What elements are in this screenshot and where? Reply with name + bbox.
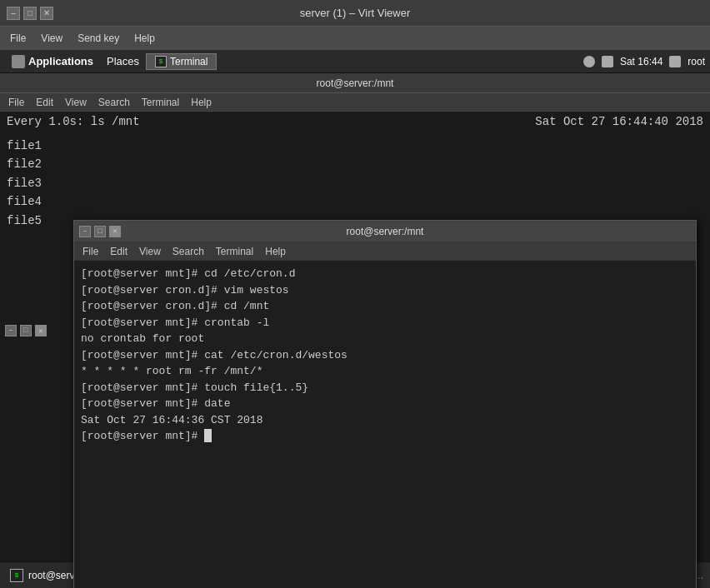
- inner-max-button[interactable]: □: [94, 226, 106, 237]
- inner-title-controls: – □ ✕: [79, 226, 121, 237]
- outer-terminal-title: root@server:/mnt: [317, 77, 394, 89]
- terminal-line-6: [root@server mnt]# cat /etc/cron.d/westo…: [81, 347, 689, 364]
- title-bar: – □ ✕ server (1) – Virt Viewer: [0, 0, 710, 27]
- list-item: file2: [7, 155, 703, 173]
- inner-terminal: – □ ✕ root@server:/mnt File Edit View Se…: [73, 220, 697, 588]
- inner-menu-terminal[interactable]: Terminal: [211, 244, 258, 259]
- watch-area: Every 1.0s: ls /mnt Sat Oct 27 16:44:40 …: [0, 112, 710, 133]
- inner-terminal-title: root@server:/mnt: [121, 226, 649, 237]
- watch-header: Every 1.0s: ls /mnt Sat Oct 27 16:44:40 …: [7, 115, 703, 128]
- network-icon[interactable]: [602, 56, 613, 67]
- gnome-apps-label: Applications: [28, 55, 93, 67]
- list-item: file3: [7, 174, 703, 192]
- terminal-line-2: [root@server cron.d]# vim westos: [81, 282, 689, 299]
- inner-title-bar: – □ ✕ root@server:/mnt: [74, 221, 696, 242]
- outer-menu-view[interactable]: View: [60, 95, 92, 110]
- gnome-apps-menu[interactable]: Applications: [5, 53, 100, 70]
- terminal-line-1: [root@server mnt]# cd /etc/cron.d: [81, 266, 689, 282]
- taskbar-terminal-icon-1: $: [10, 569, 23, 582]
- virt-menu-file[interactable]: File: [3, 31, 32, 46]
- content-area: – □ ✕ root@server:/mnt File Edit View Se…: [0, 73, 710, 588]
- clock: Sat 16:44: [620, 56, 662, 67]
- inner-close-button[interactable]: ✕: [109, 226, 121, 237]
- terminal-line-7: * * * * * root rm -fr /mnt/*: [81, 363, 689, 380]
- terminal-icon: $: [155, 56, 167, 67]
- list-item: file4: [7, 192, 703, 211]
- outer-menu-file[interactable]: File: [3, 95, 29, 110]
- virt-menu-bar: File View Send key Help: [0, 27, 710, 50]
- outer-menu-edit[interactable]: Edit: [31, 95, 58, 110]
- terminal-line-11: [root@server mnt]#: [81, 428, 689, 445]
- inner-menu-bar: File Edit View Search Terminal Help: [74, 242, 696, 261]
- outer-menu-bar: File Edit View Search Terminal Help: [0, 93, 710, 112]
- inner-min-button[interactable]: –: [79, 226, 91, 237]
- terminal-line-3: [root@server cron.d]# cd /mnt: [81, 298, 689, 315]
- gnome-terminal-button[interactable]: $ Terminal: [146, 53, 217, 70]
- watch-files: file1 file2 file3 file4 file5: [0, 133, 710, 233]
- virt-menu-help[interactable]: Help: [128, 31, 162, 46]
- maximize-button[interactable]: □: [23, 7, 37, 20]
- inner-terminal-body[interactable]: [root@server mnt]# cd /etc/cron.d [root@…: [74, 261, 696, 588]
- inner-menu-view[interactable]: View: [134, 244, 166, 259]
- gnome-top-right: Sat 16:44 root: [583, 56, 705, 67]
- terminal-line-9: [root@server mnt]# date: [81, 396, 689, 412]
- window-title: server (1) – Virt Viewer: [53, 7, 657, 19]
- list-item: file1: [7, 137, 703, 155]
- gnome-places-menu[interactable]: Places: [100, 53, 146, 69]
- username: root: [688, 56, 705, 67]
- virt-menu-sendkey[interactable]: Send key: [71, 31, 126, 46]
- inner-menu-help[interactable]: Help: [260, 244, 291, 259]
- terminal-line-5: no crontab for root: [81, 331, 689, 347]
- terminal-line-10: Sat Oct 27 16:44:36 CST 2018: [81, 412, 689, 429]
- inner-menu-edit[interactable]: Edit: [105, 244, 132, 259]
- gnome-top-bar: Applications Places $ Terminal Sat 16:44…: [0, 50, 710, 73]
- outer-menu-help[interactable]: Help: [186, 95, 217, 110]
- minimize-button[interactable]: –: [7, 7, 20, 20]
- user-icon[interactable]: [669, 56, 681, 67]
- outer-max-button[interactable]: □: [20, 325, 32, 336]
- terminal-line-8: [root@server mnt]# touch file{1..5}: [81, 380, 689, 396]
- inner-menu-file[interactable]: File: [78, 244, 103, 259]
- watch-time: Sat Oct 27 16:44:40 2018: [535, 115, 703, 128]
- outer-close-button[interactable]: ✕: [35, 325, 47, 336]
- terminal-cursor: [204, 429, 212, 442]
- outer-min-button[interactable]: –: [5, 325, 17, 336]
- virt-menu-view[interactable]: View: [34, 31, 69, 46]
- volume-icon[interactable]: [583, 56, 595, 67]
- inner-menu-search[interactable]: Search: [168, 244, 209, 259]
- outer-menu-search[interactable]: Search: [93, 95, 135, 110]
- watch-command: Every 1.0s: ls /mnt: [7, 115, 140, 128]
- outer-menu-terminal[interactable]: Terminal: [137, 95, 184, 110]
- gnome-terminal-label: Terminal: [170, 56, 208, 67]
- outer-terminal-header: – □ ✕ root@server:/mnt: [0, 73, 710, 93]
- gnome-apps-icon: [12, 55, 25, 68]
- close-button[interactable]: ✕: [40, 7, 53, 20]
- terminal-line-4: [root@server mnt]# crontab -l: [81, 315, 689, 331]
